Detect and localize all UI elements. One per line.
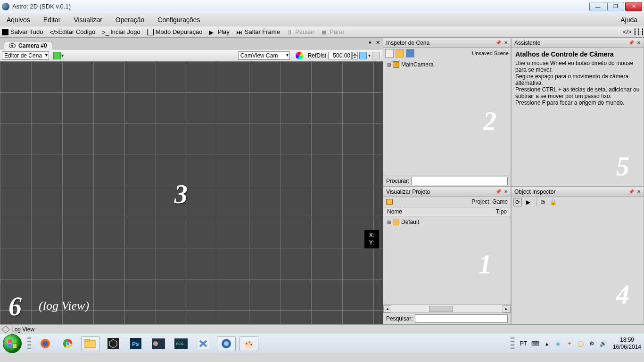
pause-icon: ⏸ <box>287 29 293 35</box>
scene-icon[interactable] <box>53 52 61 59</box>
close-icon[interactable]: ✕ <box>504 40 508 45</box>
menu-visualizar[interactable]: Visualizar <box>74 16 102 24</box>
taskbar: Ps PES PT ⌨ ▴ ◈ ✦ ◯ ⚙ 🔊 18:59 16/06/2014 <box>0 334 644 353</box>
log-view-tab[interactable]: Log View <box>0 324 644 334</box>
menu-arquivos[interactable]: Aquivos <box>7 16 30 24</box>
panel-scene-inspector: Inspetor de Cena 📌 ✕ Unsaved Scene ⊞ Mai… <box>383 38 511 187</box>
taskbar-app-1[interactable] <box>149 336 168 351</box>
project-tree[interactable]: ⊞ Default 1 <box>383 216 511 304</box>
tray-clock[interactable]: 18:59 16/06/2014 <box>613 337 641 350</box>
dropbox-icon[interactable]: ◈ <box>554 339 562 348</box>
edit-code-button[interactable]: </>Editar Código <box>50 28 95 35</box>
overlay-2: 2 <box>483 106 496 136</box>
menu-ajuda[interactable]: Ajuda <box>620 16 637 24</box>
taskbar-unity[interactable] <box>104 336 123 351</box>
play-icon[interactable]: ▶ <box>524 198 532 206</box>
refresh-icon[interactable]: ⟳ <box>513 198 522 206</box>
start-game-button[interactable]: >_Inciar Jogo <box>102 28 140 35</box>
close-icon[interactable]: ✕ <box>637 40 641 45</box>
close-icon[interactable]: ✕ <box>637 189 641 194</box>
scroll-thumb[interactable] <box>429 306 453 312</box>
sliders-icon[interactable]: ┇┇┇ <box>633 28 641 36</box>
pin-icon[interactable]: 📌 <box>495 40 501 45</box>
coord-overlay: X: Y: <box>364 230 379 248</box>
taskbar-app-2[interactable]: PES <box>172 336 190 351</box>
col-tipo[interactable]: Tipo <box>496 208 507 215</box>
lock-icon[interactable]: 🔒 <box>549 198 557 206</box>
menu-editar[interactable]: Editar <box>43 16 61 24</box>
code-panel-icon[interactable]: </> <box>623 28 630 36</box>
tray-icon-3[interactable]: ⚙ <box>588 339 596 348</box>
menubar: Aquivos Editar Visualizar Operação Confi… <box>0 13 644 26</box>
taskbar-explorer[interactable] <box>81 336 100 351</box>
color-picker-icon[interactable] <box>296 52 303 59</box>
tray-icon-2[interactable]: ◯ <box>577 339 585 348</box>
refdist-label: RefDist <box>308 52 326 59</box>
svg-point-9 <box>66 342 69 345</box>
taskbar-astro[interactable] <box>217 336 236 351</box>
taskbar-paint[interactable] <box>239 336 258 351</box>
panel-object-inspector: Object Inspector 📌 ✕ ⟳ ▶ ⧉ 🔒 4 <box>511 187 644 324</box>
new-scene-icon[interactable] <box>385 49 394 58</box>
debug-mode-button[interactable]: Modo Depuração <box>147 28 203 35</box>
tab-camera-0[interactable]: Camera #0 <box>4 41 52 50</box>
tree-row-maincamera[interactable]: ⊞ MainCamera <box>387 61 507 68</box>
app-icon <box>2 3 9 10</box>
copy-icon[interactable]: ⧉ <box>538 198 547 206</box>
taskbar-firefox[interactable] <box>36 336 55 351</box>
pin-icon[interactable]: 📌 <box>628 40 634 45</box>
refdist-spinner[interactable]: ▴▾ <box>352 52 358 59</box>
gizmo-icon[interactable] <box>359 52 367 59</box>
menu-operacao[interactable]: Operação <box>116 16 144 24</box>
scene-search-input[interactable] <box>411 177 508 185</box>
tray-lang[interactable]: PT <box>520 340 527 347</box>
editor-mode-combo[interactable]: Editor de Cena <box>2 51 49 60</box>
assistant-text-2: Segure espaço para o movimento da câmera… <box>515 73 640 86</box>
layers-icon[interactable] <box>372 52 380 59</box>
keyboard-icon[interactable]: ⌨ <box>531 339 540 348</box>
play-button[interactable]: ▶Play <box>209 28 229 35</box>
stop-button[interactable]: ⏹Parar <box>321 28 345 35</box>
pause-button[interactable]: ⏸Pausar <box>287 28 314 35</box>
viewport[interactable]: 3 6 (log View) X: Y: <box>0 61 383 324</box>
assistant-text-4: Pressione F para focar a origem do mundo… <box>515 99 640 106</box>
taskbar-chrome[interactable] <box>58 336 77 351</box>
open-scene-icon[interactable] <box>396 49 404 58</box>
start-button[interactable] <box>3 334 22 353</box>
pin-icon[interactable]: 📌 <box>495 189 501 194</box>
save-scene-icon[interactable] <box>406 49 414 58</box>
panel-title: Assistente <box>514 40 540 46</box>
tray-icon-1[interactable]: ✦ <box>565 339 574 348</box>
scene-status: Unsaved Scene <box>472 50 509 56</box>
maximize-button[interactable]: ❐ <box>607 2 624 11</box>
panel-title: Object Inspector <box>514 189 555 195</box>
expand-icon[interactable]: ⊞ <box>387 62 392 67</box>
scene-tree[interactable]: ⊞ MainCamera 2 <box>383 59 511 175</box>
scroll-right-icon[interactable]: ▸ <box>503 305 511 313</box>
h-scrollbar[interactable]: ◂ ▸ <box>383 304 511 313</box>
tree-row-default[interactable]: ⊞ Default <box>387 218 507 226</box>
skip-frame-button[interactable]: ⏭Saltar Frame <box>236 28 280 35</box>
scroll-left-icon[interactable]: ◂ <box>383 305 391 313</box>
expand-icon[interactable]: ⊞ <box>387 220 392 225</box>
save-all-button[interactable]: Salvar Tudo <box>2 28 43 35</box>
volume-icon[interactable]: 🔊 <box>599 339 608 348</box>
folder-icon[interactable] <box>386 199 393 205</box>
tray-date: 16/06/2014 <box>613 344 641 350</box>
tab-dropdown-icon[interactable]: ▾ <box>369 40 372 45</box>
close-icon[interactable]: ✕ <box>504 189 508 194</box>
taskbar-visualstudio[interactable] <box>194 336 213 351</box>
refdist-input[interactable] <box>328 52 352 59</box>
menu-configuracoes[interactable]: Configurações <box>157 16 200 24</box>
tray-expand-icon[interactable]: ▴ <box>543 339 551 348</box>
minimize-button[interactable]: — <box>589 2 606 11</box>
pin-icon[interactable]: 📌 <box>628 189 634 194</box>
folder-icon <box>393 219 399 225</box>
taskbar-photoshop[interactable]: Ps <box>126 336 145 351</box>
tab-close-icon[interactable]: ✕ <box>376 40 380 45</box>
close-button[interactable]: ✕ <box>625 2 642 11</box>
search-label: Procurar: <box>386 178 409 184</box>
col-nome[interactable]: Nome <box>387 208 496 215</box>
camview-combo[interactable]: CamView Cam <box>238 51 290 60</box>
project-search-input[interactable] <box>415 314 508 323</box>
